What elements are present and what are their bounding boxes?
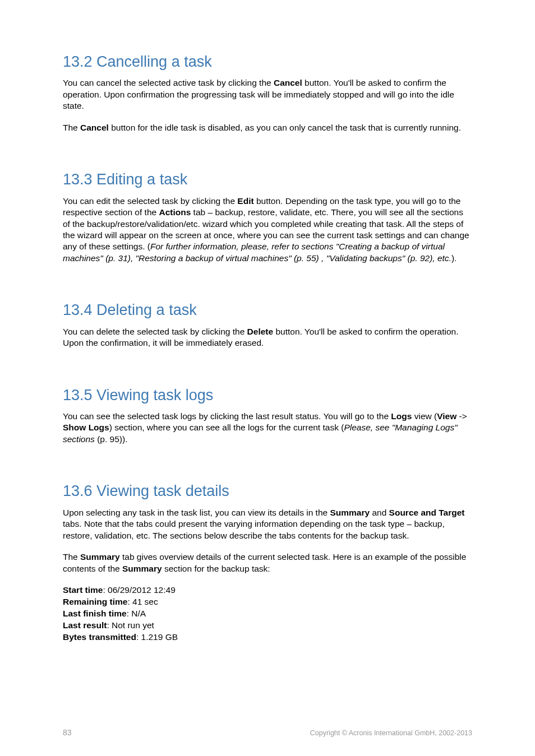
paragraph: You can cancel the selected active task … [63, 77, 472, 112]
heading-13-2: 13.2 Cancelling a task [63, 53, 472, 71]
paragraph: You can edit the selected task by clicki… [63, 196, 472, 265]
detail-label: Last result [63, 620, 107, 630]
text: button for the idle task is disabled, as… [109, 123, 461, 132]
heading-13-5: 13.5 Viewing task logs [63, 386, 472, 404]
page-footer: 83 Copyright © Acronis International Gmb… [63, 728, 472, 737]
text: The [63, 123, 80, 132]
detail-row-bytes-transmitted: Bytes transmitted: 1.219 GB [63, 632, 472, 643]
bold-text: Logs [391, 411, 412, 421]
heading-13-3: 13.3 Editing a task [63, 170, 472, 188]
detail-value: : 41 sec [127, 597, 158, 606]
bold-text: Summary [122, 564, 162, 573]
page-content: 13.2 Cancelling a task You can cancel th… [0, 0, 535, 643]
bold-text: Edit [237, 196, 253, 206]
page-number: 83 [63, 728, 72, 737]
heading-13-6: 13.6 Viewing task details [63, 482, 472, 500]
detail-label: Start time [63, 585, 103, 595]
detail-label: Last finish time [63, 609, 127, 618]
detail-value: : Not run yet [107, 620, 154, 630]
paragraph: Upon selecting any task in the task list… [63, 507, 472, 541]
text: and [370, 508, 389, 517]
detail-value: : N/A [127, 609, 146, 618]
bold-text: View [437, 411, 456, 421]
text: ). [451, 253, 456, 263]
bold-text: Summary [330, 508, 370, 517]
text: You can see the selected task logs by cl… [63, 411, 391, 421]
text: The [63, 552, 80, 562]
bold-text: Show Logs [63, 423, 109, 432]
text: ) section, where you can see all the log… [109, 423, 344, 432]
paragraph: The Cancel button for the idle task is d… [63, 122, 472, 133]
detail-label: Remaining time [63, 597, 127, 606]
bold-text: Cancel [80, 123, 109, 132]
bold-text: Source and Target [389, 508, 465, 517]
text: -> [456, 411, 467, 421]
paragraph: You can see the selected task logs by cl… [63, 411, 472, 445]
detail-value: : 1.219 GB [136, 632, 178, 642]
text: Upon selecting any task in the task list… [63, 508, 330, 517]
text: You can cancel the selected active task … [63, 78, 274, 87]
detail-row-start-time: Start time: 06/29/2012 12:49 [63, 585, 472, 596]
bold-text: Actions [159, 207, 191, 217]
detail-row-last-result: Last result: Not run yet [63, 620, 472, 632]
paragraph: The Summary tab gives overview details o… [63, 551, 472, 574]
detail-value: : 06/29/2012 12:49 [103, 585, 176, 595]
text: tabs. Note that the tabs could present t… [63, 519, 445, 540]
detail-row-remaining-time: Remaining time: 41 sec [63, 596, 472, 608]
bold-text: Delete [247, 327, 274, 336]
heading-13-4: 13.4 Deleting a task [63, 301, 472, 319]
bold-text: Summary [80, 552, 120, 562]
text: You can delete the selected task by clic… [63, 327, 247, 336]
bold-text: Cancel [274, 78, 302, 87]
text: (p. 95)). [95, 434, 128, 444]
text: You can edit the selected task by clicki… [63, 196, 237, 206]
summary-details: Start time: 06/29/2012 12:49 Remaining t… [63, 585, 472, 643]
text: section for the backup task: [162, 564, 270, 573]
detail-label: Bytes transmitted [63, 632, 136, 642]
detail-row-last-finish-time: Last finish time: N/A [63, 608, 472, 620]
text: view ( [412, 411, 437, 421]
copyright-text: Copyright © Acronis International GmbH, … [310, 729, 472, 737]
paragraph: You can delete the selected task by clic… [63, 326, 472, 349]
